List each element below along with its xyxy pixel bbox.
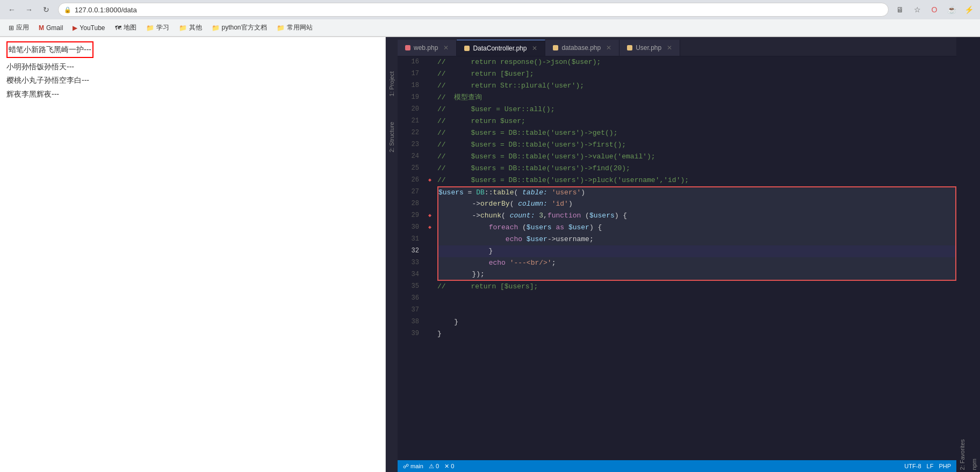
gutter-30: ◆ [424,222,435,234]
line-number-26: 26 [398,175,419,186]
gutter-24 [424,151,435,163]
bookmark-maps-label: 地图 [124,23,136,32]
code-line-22: // $users = DB::table('users')->get(); [437,127,956,139]
ide-tab-web[interactable]: web.php ✕ [398,40,457,56]
bookmark-youtube[interactable]: ▶ YouTube [68,23,109,33]
bookmark-common-label: 常用网站 [287,23,313,32]
bookmark-gmail[interactable]: M Gmail [34,23,67,33]
code-line-28: ->orderBy( column: 'id') [437,198,956,210]
gutter-18 [424,80,435,92]
bookmark-python-label: python官方文档 [222,23,267,32]
editor-area[interactable]: 1617181920212223242526272829303132333435… [398,56,956,460]
page-line-1: 小明孙悟饭孙悟天--- [6,60,379,74]
errors-count: ✕ 0 [444,463,454,470]
python-folder-icon: 📁 [212,24,220,32]
ide-tab-user[interactable]: User.php ✕ [619,40,680,56]
datacontroller-tab-label: DataController.php [473,45,527,52]
line-number-22: 22 [398,127,419,139]
gutter-23 [424,139,435,151]
toolbar-icons: 🖥 ☆ O ☕ ⚡ [893,3,976,17]
extensions-icon[interactable]: ⚡ [962,3,976,17]
code-line-19: // 模型查询 [437,92,956,104]
line-number-38: 38 [398,316,419,328]
code-line-37 [437,304,956,316]
ide-favorites-tab[interactable]: 2: Favorites [956,37,968,472]
code-line-39: } [437,328,956,340]
ide-main: web.php ✕ DataController.php ✕ database.… [398,37,956,472]
bookmark-maps[interactable]: 🗺 地图 [111,21,141,34]
line-number-31: 31 [398,234,419,245]
main-content: 蜡笔小新路飞黑崎一护--- 小明孙悟饭孙悟天--- 樱桃小丸子孙悟空李白--- … [0,37,980,472]
ide-panel: 1: Project 2: Structure web.php ✕ DataCo… [386,37,980,472]
gutter-20 [424,104,435,115]
gutter-21 [424,115,435,127]
code-line-23: // $users = DB::table('users')->first(); [437,139,956,151]
title-bar: ← → ↻ 🔒 127.0.0.1:8000/data 🖥 ☆ O ☕ ⚡ [0,0,980,19]
bookmark-python[interactable]: 📁 python官方文档 [207,21,271,34]
line-number-36: 36 [398,293,419,304]
bookmark-icon[interactable]: ☆ [910,3,924,17]
database-tab-icon [553,45,558,50]
line-number-25: 25 [398,163,419,175]
gutter-25 [424,163,435,175]
language: PHP [939,463,951,469]
code-content: // return response()->json($user);// ret… [435,56,956,460]
address-bar[interactable]: 🔒 127.0.0.1:8000/data [58,3,889,17]
apps-icon: ⊞ [9,24,14,32]
code-line-16: // return response()->json($user); [437,56,956,68]
bookmark-apps[interactable]: ⊞ 应用 [4,21,33,34]
ide-tab-database[interactable]: database.php ✕ [545,40,619,56]
nav-buttons: ← → ↻ [4,2,54,17]
ide-npm-tab[interactable]: npm [968,37,980,472]
browser-page: 蜡笔小新路飞黑崎一护--- 小明孙悟饭孙悟天--- 樱桃小丸子孙悟空李白--- … [0,37,386,472]
ide-tab-datacontroller[interactable]: DataController.php ✕ [457,40,545,56]
web-tab-label: web.php [414,44,438,52]
code-line-29: ->chunk( count: 3,function ($users) { [437,210,956,222]
web-tab-close[interactable]: ✕ [443,44,449,52]
database-tab-close[interactable]: ✕ [606,44,611,52]
lock-icon: 🔒 [64,6,71,13]
opera-icon[interactable]: O [927,3,941,17]
line-numbers: 1617181920212223242526272829303132333435… [398,56,424,460]
line-number-16: 16 [398,56,419,68]
wallet-icon[interactable]: ☕ [945,3,959,17]
gutter-27 [424,186,435,198]
translate-icon[interactable]: 🖥 [893,3,907,17]
user-tab-close[interactable]: ✕ [667,44,672,52]
bookmark-other-label: 其他 [189,23,202,32]
line-number-30: 30 [398,222,419,234]
line-number-24: 24 [398,151,419,163]
ide-tabs: web.php ✕ DataController.php ✕ database.… [398,37,956,56]
ide-vtab-structure[interactable]: 2: Structure [387,120,396,155]
datacontroller-tab-close[interactable]: ✕ [532,45,537,52]
back-button[interactable]: ← [4,2,19,17]
bookmark-study[interactable]: 📁 学习 [142,21,174,34]
gutter-38 [424,316,435,328]
ide-vtab-project[interactable]: 1: Project [387,69,396,98]
code-line-32: } [437,245,956,257]
line-number-28: 28 [398,198,419,210]
line-number-19: 19 [398,92,419,104]
code-line-38: } [437,316,956,328]
highlighted-text: 蜡笔小新路飞黑崎一护--- [6,41,93,58]
line-number-21: 21 [398,115,419,127]
bookmark-youtube-label: YouTube [80,24,105,32]
code-line-24: // $users = DB::table('users')->value('e… [437,151,956,163]
reload-button[interactable]: ↻ [39,2,54,17]
bookmark-other[interactable]: 📁 其他 [175,21,206,34]
gutter-39 [424,328,435,340]
code-line-20: // $user = User::all(); [437,104,956,115]
study-folder-icon: 📁 [146,24,154,32]
gutter-19 [424,92,435,104]
gutter-28 [424,198,435,210]
gutter-31 [424,234,435,245]
gutter-32 [424,245,435,257]
bookmark-common-sites[interactable]: 📁 常用网站 [272,21,317,34]
gutter-17 [424,68,435,80]
gutter-36 [424,293,435,304]
code-line-30: foreach ($users as $user) { [437,222,956,234]
line-number-27: 27 [398,186,419,198]
code-line-26: // $users = DB::table('users')->pluck('u… [437,175,956,186]
bookmark-study-label: 学习 [156,23,169,32]
forward-button[interactable]: → [21,2,37,17]
